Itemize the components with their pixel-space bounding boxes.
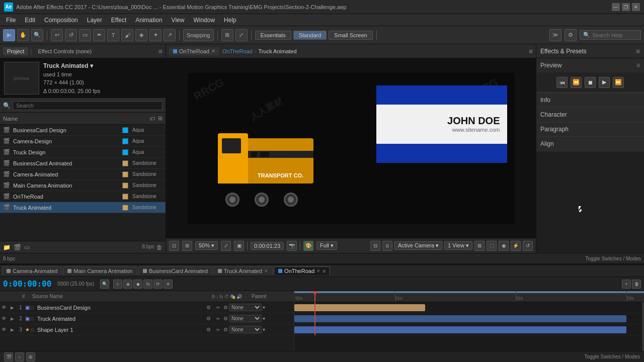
project-list[interactable]: 🎬 BusinessCard Design Aqua 🎬 Camera-Desi… (0, 125, 166, 241)
row-parent-dropdown[interactable]: None (229, 326, 262, 333)
breadcrumb-ontheroad[interactable]: OnTheRoad (222, 48, 253, 54)
menu-effect[interactable]: Effect (107, 16, 130, 25)
preview-play-btn[interactable]: ▶ (599, 77, 610, 88)
workspace-standard[interactable]: Standard (293, 31, 327, 40)
list-item[interactable]: 🎬 Truck Design Aqua (0, 147, 166, 158)
workspace-small[interactable]: Small Screen (329, 31, 372, 40)
panel-menu-btn[interactable]: ≡ (158, 47, 163, 55)
preview-fwd-btn[interactable]: ⏩ (613, 77, 624, 88)
tl-new-null-btn[interactable]: ○ (15, 352, 24, 361)
tl-tab-camera-animated[interactable]: Camera-Animated (2, 266, 62, 275)
preview-section-header[interactable]: Preview ≡ (536, 58, 644, 72)
tl-bars[interactable] (294, 302, 644, 335)
list-item[interactable]: 🎬 Camera-Animated Sandstone (0, 169, 166, 180)
viewer-safe-btn[interactable]: ⊞ (182, 241, 192, 251)
tl-effect-btn[interactable]: fx (143, 280, 152, 289)
viewer-reset-btn[interactable]: ↺ (523, 241, 533, 251)
zoom-tool[interactable]: 🔍 (31, 29, 43, 41)
minimize-btn[interactable]: — (612, 3, 620, 11)
camera-dropdown[interactable]: Active Camera ▾ (394, 241, 442, 250)
text-tool[interactable]: T (107, 29, 119, 41)
tab-project[interactable]: Project (3, 47, 28, 55)
expand-icon[interactable]: ⤢ (235, 29, 248, 41)
tl-layer-row[interactable]: 👁 ▶ 1 ▣ □ BusinessCard Design ⚙ ✏ ⚙ Non (0, 302, 294, 313)
project-search-input[interactable] (13, 101, 163, 110)
tl-tab-close-ontheroad[interactable]: ✕ (316, 268, 320, 274)
row-parent-dropdown[interactable]: None (229, 315, 262, 322)
row-visibility[interactable]: 👁 (0, 305, 8, 310)
viewer-mode-btn[interactable]: ⊠ (474, 241, 485, 251)
quality-dropdown[interactable]: Full ▾ (316, 241, 337, 250)
row-visibility[interactable]: 👁 (0, 316, 8, 321)
menu-composition[interactable]: Composition (40, 16, 82, 25)
row-mask-icon[interactable]: ✏ (213, 316, 223, 321)
tl-mask-btn[interactable]: ◈ (123, 280, 132, 289)
undo-tool[interactable]: ↩ (51, 29, 63, 41)
tl-new-layer-btn[interactable]: + (622, 280, 631, 289)
comp-tab-close[interactable]: ✕ (211, 48, 215, 54)
tl-delete-btn[interactable]: 🗑 (632, 280, 641, 289)
view-dropdown[interactable]: 1 View ▾ (444, 241, 472, 250)
mask-tool[interactable]: ▭ (79, 29, 91, 41)
tl-solo-btn[interactable]: ☀ (164, 280, 173, 289)
tl-tab-close[interactable]: ✕ (264, 268, 268, 274)
preview-menu-icon[interactable]: ≡ (636, 62, 640, 69)
viewer-alpha-btn[interactable]: α (382, 241, 392, 251)
toggle-switches-label[interactable]: Toggle Switches / Modes (584, 354, 640, 359)
row-expand[interactable]: ▶ (8, 327, 16, 332)
menu-view[interactable]: View (168, 16, 189, 25)
list-item[interactable]: 🎬 BusinessCard Animated Sandstone (0, 158, 166, 169)
menu-help[interactable]: Help (220, 16, 240, 25)
viewer-region-btn[interactable]: ▣ (234, 241, 244, 251)
list-item[interactable]: 🎬 Main Camera Animation Sandstone (0, 180, 166, 191)
viewer-grid-btn[interactable]: ⊟ (370, 241, 380, 251)
viewer-snap-btn[interactable]: ⊡ (169, 241, 179, 251)
zoom-dropdown[interactable]: 50% ▾ (195, 241, 218, 250)
menu-animation[interactable]: Animation (131, 16, 166, 25)
tl-new-comp-btn[interactable]: 🎬 (4, 352, 13, 361)
select-tool[interactable]: ▶ (3, 29, 15, 41)
snapping-btn[interactable]: Snapping (183, 29, 214, 41)
comp-viewer[interactable]: RRCG 人人素材 RRCG (166, 58, 536, 238)
new-comp-icon[interactable]: 🎬 (14, 244, 21, 251)
menu-file[interactable]: File (2, 16, 20, 25)
roto-tool[interactable]: ✦ (149, 29, 162, 41)
preview-first-btn[interactable]: ⏮ (556, 77, 568, 88)
tab-composition-ontheroad[interactable]: OnTheRoad ✕ (169, 47, 219, 55)
search-input[interactable] (592, 32, 637, 38)
tl-search-btn[interactable]: 🔍 (100, 280, 109, 289)
list-item[interactable]: 🎬 BusinessCard Design Aqua (0, 125, 166, 136)
list-item-truck-animated[interactable]: 🎬 Truck Animated Sandstone (0, 202, 166, 213)
delete-icon[interactable]: 🗑 (156, 244, 163, 251)
menu-edit[interactable]: Edit (21, 16, 39, 25)
redo-tool[interactable]: ↺ (65, 29, 77, 41)
viewer-render-btn[interactable]: ◉ (499, 241, 509, 251)
tl-tab-ontheroad[interactable]: OnTheRoad ✕ ≡ (274, 266, 330, 275)
row-parent-link[interactable]: ⚙ (203, 305, 213, 310)
pen-tool[interactable]: ✒ (93, 29, 105, 41)
menu-window[interactable]: Window (189, 16, 219, 25)
tl-guides-btn[interactable]: ⊞ (26, 352, 35, 361)
color-icon[interactable]: 🎨 (303, 241, 313, 251)
tl-tab-businesscard-animated[interactable]: BusinessCard Animated (138, 266, 212, 275)
align-section-header[interactable]: Align (536, 137, 644, 151)
viewer-3d-btn[interactable]: ⬚ (487, 241, 497, 251)
snapshot-btn[interactable]: 📷 (287, 241, 297, 251)
tl-layer-row[interactable]: 👁 ▶ 2 ▣ □ Truck Animated ⚙ ✏ ⚙ None (0, 313, 294, 324)
list-item[interactable]: 🎬 Camera-Design Aqua (0, 136, 166, 147)
viewer-fast-btn[interactable]: ⚡ (511, 241, 521, 251)
col-sort-icon[interactable]: ⊞ (158, 115, 163, 122)
tl-layer-row[interactable]: 👁 ▶ 3 ★ □ Shape Layer 1 ⚙ ✏ ⚙ None (0, 324, 294, 335)
character-section-header[interactable]: Character (536, 108, 644, 122)
row-mask-icon[interactable]: ✏ (213, 305, 223, 310)
new-folder-icon[interactable]: 📁 (3, 244, 11, 251)
stamp-tool[interactable]: ◈ (135, 29, 147, 41)
right-panel-menu[interactable]: ≡ (636, 47, 640, 55)
row-parent-link[interactable]: ⚙ (203, 327, 213, 332)
tl-motion-btn[interactable]: ⟳ (153, 280, 163, 289)
row-expand[interactable]: ▶ (8, 316, 16, 321)
tab-effect-controls[interactable]: Effect Controls (none) (34, 47, 96, 55)
workspace-essentials[interactable]: Essentials (255, 31, 291, 40)
settings-icon[interactable]: ⚙ (565, 29, 577, 41)
comp-panel-menu[interactable]: ≡ (529, 47, 533, 55)
